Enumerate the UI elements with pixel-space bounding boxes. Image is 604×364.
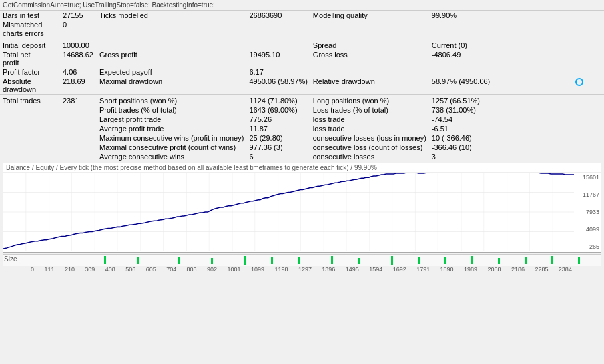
avg-cons-wins-label: Average consecutive wins — [97, 152, 246, 161]
svg-rect-45 — [578, 257, 580, 264]
top-bar: GetCommissionAuto=true; UseTrailingStop=… — [0, 0, 604, 11]
gross-profit-label: Gross profit — [97, 50, 246, 67]
spread-value: Current (0) — [429, 41, 604, 50]
average-loss-value: -6.51 — [429, 124, 604, 133]
total-net-profit-label: Total netprofit — [0, 50, 60, 67]
x-label-18: 1791 — [416, 266, 430, 273]
x-label-24: 2384 — [559, 266, 572, 273]
svg-rect-41 — [471, 256, 473, 264]
gross-loss-label: Gross loss — [310, 50, 429, 67]
chart-header: Balance / Equity / Every tick (the most … — [3, 163, 601, 173]
svg-rect-33 — [244, 256, 246, 265]
x-label-2: 210 — [65, 266, 75, 273]
x-label-5: 506 — [125, 266, 135, 273]
x-label-6: 605 — [146, 266, 156, 273]
total-trades-label: Total trades — [0, 96, 60, 105]
profit-factor-label: Profit factor — [0, 67, 60, 77]
svg-rect-35 — [298, 257, 300, 264]
svg-rect-36 — [331, 256, 333, 264]
largest-loss-value: -74.54 — [429, 115, 604, 124]
x-axis-labels: 0 111 210 309 408 506 605 704 803 902 10… — [28, 266, 575, 273]
config-text: GetCommissionAuto=true; UseTrailingStop=… — [3, 1, 215, 9]
max-cons-wins-value: 25 (29.80) — [246, 133, 310, 143]
row-avg-cons: Average consecutive wins 6 consecutive l… — [0, 152, 604, 161]
row-profit-factor: Profit factor 4.06 Expected payoff 6.17 — [0, 67, 604, 77]
drawdown-indicator — [575, 78, 583, 86]
loss-trades-label: Loss trades (% of total) — [310, 105, 429, 115]
row-profit: Total netprofit 14688.62 Gross profit 19… — [0, 50, 604, 67]
long-positions-label: Long positions (won %) — [310, 96, 429, 105]
svg-rect-37 — [358, 258, 360, 264]
loss-trades-value: 738 (31.00%) — [429, 105, 604, 115]
maximal-cons-loss-value: -366.46 (10) — [429, 143, 604, 152]
svg-rect-32 — [211, 258, 213, 264]
svg-rect-30 — [137, 257, 139, 264]
size-bars-svg — [31, 255, 604, 267]
row-average: Average profit trade 11.87 loss trade -6… — [0, 124, 604, 133]
absolute-drawdown-value: 218.69 — [60, 77, 97, 95]
row-largest: Largest profit trade 775.26 loss trade -… — [0, 115, 604, 124]
max-cons-losses-label: consecutive losses (loss in money) — [310, 133, 429, 143]
x-label-16: 1594 — [369, 266, 382, 273]
max-cons-wins-label: Maximum consecutive wins (profit in mone… — [97, 133, 246, 143]
row-maximal-cons: Maximal consecutive profit (count of win… — [0, 143, 604, 152]
profit-trades-label: Profit trades (% of total) — [97, 105, 246, 115]
long-positions-value: 1257 (66.51%) — [429, 96, 604, 105]
short-positions-value: 1124 (71.80%) — [246, 96, 310, 105]
svg-rect-44 — [551, 256, 553, 264]
row-deposit: Initial deposit 1000.00 Spread Current (… — [0, 41, 604, 50]
avg-cons-losses-label: consecutive losses — [310, 152, 429, 161]
x-label-19: 1890 — [440, 266, 454, 273]
relative-drawdown-value: 58.97% (4950.06) — [429, 77, 571, 95]
maximal-cons-loss-label: consecutive loss (count of losses) — [310, 143, 429, 152]
ticks-modelled-label: Ticks modelled — [97, 11, 246, 20]
svg-rect-38 — [391, 256, 393, 265]
average-profit-label: Average profit trade — [97, 124, 246, 133]
initial-deposit-value: 1000.00 — [60, 41, 97, 50]
x-label-17: 1692 — [393, 266, 406, 273]
x-label-8: 803 — [187, 266, 197, 273]
balance-chart — [3, 173, 574, 251]
svg-rect-39 — [418, 257, 420, 264]
modelling-quality-value: 99.90% — [429, 11, 604, 20]
row-bars: Bars in test 27155 Ticks modelled 268636… — [0, 11, 604, 20]
x-label-13: 1297 — [298, 266, 312, 273]
short-positions-label: Short positions (won %) — [97, 96, 246, 105]
chart-svg-area — [3, 173, 574, 251]
profit-factor-value: 4.06 — [60, 67, 97, 77]
x-label-11: 1099 — [251, 266, 264, 273]
x-label-20: 1989 — [464, 266, 477, 273]
x-label-22: 2186 — [511, 266, 525, 273]
largest-profit-value: 775.26 — [246, 115, 310, 124]
chart-y-labels: 15601 11767 7933 4099 265 — [574, 173, 601, 251]
profit-trades-value: 1643 (69.00%) — [246, 105, 310, 115]
expected-payoff-label: Expected payoff — [97, 67, 246, 77]
maximal-drawdown-label: Maximal drawdown — [97, 77, 246, 95]
mismatched-label: Mismatchedcharts errors — [0, 20, 60, 39]
x-label-21: 2088 — [488, 266, 501, 273]
row-max-cons: Maximum consecutive wins (profit in mone… — [0, 133, 604, 143]
svg-rect-29 — [104, 256, 106, 264]
max-cons-losses-value: 10 (-366.46) — [429, 133, 604, 143]
y-label-5: 265 — [575, 243, 599, 250]
largest-profit-label: Largest profit trade — [97, 115, 246, 124]
bars-in-test-value: 27155 — [60, 11, 97, 20]
chart-body: 15601 11767 7933 4099 265 — [3, 173, 601, 251]
x-label-9: 902 — [207, 266, 217, 273]
initial-deposit-label: Initial deposit — [0, 41, 60, 50]
row-profit-trades: Profit trades (% of total) 1643 (69.00%)… — [0, 105, 604, 115]
svg-rect-40 — [444, 257, 446, 264]
y-label-4: 4099 — [575, 226, 599, 233]
x-label-10: 1001 — [228, 266, 241, 273]
total-trades-value: 2381 — [60, 96, 97, 105]
row-trades: Total trades 2381 Short positions (won %… — [0, 96, 604, 105]
x-label-1: 111 — [44, 266, 54, 273]
x-label-4: 408 — [105, 266, 115, 273]
svg-rect-43 — [525, 257, 527, 264]
total-net-profit-value: 14688.62 — [60, 50, 97, 67]
x-label-7: 704 — [166, 266, 176, 273]
size-bar-container: Size — [3, 254, 601, 266]
avg-cons-losses-value: 3 — [429, 152, 604, 161]
mismatched-value: 0 — [60, 20, 97, 39]
svg-rect-42 — [498, 258, 500, 264]
